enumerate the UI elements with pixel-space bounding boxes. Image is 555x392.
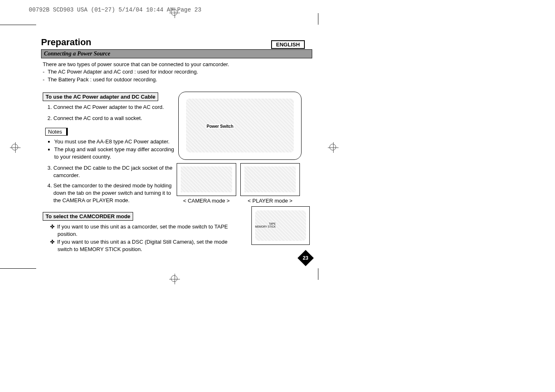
list-item: The Battery Pack : used for outdoor reco… bbox=[48, 76, 312, 83]
crop-mark bbox=[318, 13, 318, 25]
figure-camera-mode bbox=[177, 163, 236, 196]
figure-mode-switch: TAPE MEMORY STICK bbox=[251, 206, 310, 245]
list-item: Set the camcorder to the desired mode by… bbox=[53, 182, 177, 204]
subheading-ac: To use the AC Power adapter and DC Cable bbox=[43, 92, 158, 101]
list-item: The AC Power Adapter and AC cord : used … bbox=[48, 68, 312, 76]
caption-camera-mode: < CAMERA mode > bbox=[177, 198, 236, 204]
figure-power-connection: Power Switch bbox=[178, 92, 302, 160]
switch-label-group: TAPE MEMORY STICK bbox=[255, 222, 276, 228]
illustration-placeholder bbox=[186, 99, 294, 152]
crop-mark bbox=[318, 268, 318, 280]
steps-list-a: Connect the AC Power adapter to the AC c… bbox=[43, 104, 177, 122]
illustration-placeholder bbox=[244, 166, 296, 192]
list-item: Connect the AC Power adapter to the AC c… bbox=[53, 104, 177, 111]
registration-mark-icon bbox=[328, 142, 339, 153]
crop-line bbox=[0, 268, 36, 269]
switch-label-tape: TAPE bbox=[255, 222, 276, 225]
list-item: Connect the DC cable to the DC jack sock… bbox=[53, 164, 177, 179]
notes-list: You must use the AA-E8 type AC Power ada… bbox=[43, 138, 177, 161]
steps-list-b: Connect the DC cable to the DC jack sock… bbox=[43, 164, 177, 204]
notes-label: Notes bbox=[45, 128, 68, 136]
intro-text: There are two types of power source that… bbox=[43, 61, 312, 68]
section-heading: Connecting a Power Source bbox=[41, 49, 312, 58]
power-switch-label: Power Switch bbox=[206, 124, 234, 129]
list-item: The plug and wall socket type may differ… bbox=[54, 146, 177, 160]
figure-player-mode bbox=[240, 163, 300, 196]
intro-list: The AC Power Adapter and AC cord : used … bbox=[43, 68, 312, 83]
list-item: Connect the AC cord to a wall socket. bbox=[53, 115, 177, 122]
registration-mark-icon bbox=[10, 142, 21, 153]
list-item: If you want to use this unit as a camcor… bbox=[58, 223, 242, 238]
print-header: 00792B SCD903 USA (01~27) 5/14/04 10:44 … bbox=[29, 7, 201, 13]
caption-player-mode: < PLAYER mode > bbox=[240, 198, 300, 204]
switch-label-memstick: MEMORY STICK bbox=[255, 225, 276, 228]
page-title: Preparation bbox=[41, 37, 312, 48]
registration-mark-icon bbox=[169, 274, 180, 284]
list-item: If you want to use this unit as a DSC (D… bbox=[58, 238, 242, 253]
page-number: 23 bbox=[303, 255, 308, 261]
crop-line bbox=[0, 25, 36, 25]
list-item: You must use the AA-E8 type AC Power ada… bbox=[54, 138, 177, 145]
mode-list: If you want to use this unit as a camcor… bbox=[43, 223, 242, 253]
illustration-placeholder bbox=[181, 166, 233, 192]
subheading-mode: To select the CAMCORDER mode bbox=[43, 212, 133, 221]
